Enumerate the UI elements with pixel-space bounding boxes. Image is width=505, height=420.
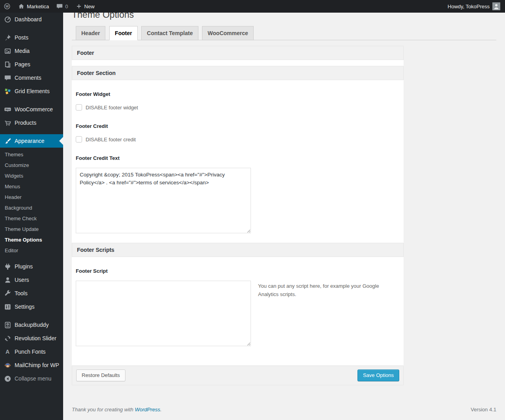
thanks-prefix: Thank you for creating with xyxy=(72,407,135,412)
footer-script-textarea[interactable] xyxy=(76,281,251,346)
new-label: New xyxy=(84,4,95,9)
section-header-footer-section: Footer Section xyxy=(72,66,404,80)
footer-script-label: Footer Script xyxy=(76,257,400,274)
sidebar-item-label: Products xyxy=(15,119,36,127)
tab-contact-template[interactable]: Contact Template xyxy=(141,26,198,40)
section-header-footer-scripts: Footer Scripts xyxy=(72,243,404,257)
thanks-suffix: . xyxy=(160,407,162,412)
sidebar-item-label: Pages xyxy=(15,60,30,68)
appearance-brush-icon xyxy=(4,137,11,145)
punch-fonts-letter: A xyxy=(6,348,9,356)
sidebar-item-appearance[interactable]: Appearance xyxy=(0,134,63,148)
sidebar-item-label: Revolution Slider xyxy=(15,334,56,342)
submenu-item-themes[interactable]: Themes xyxy=(0,149,63,160)
footer-widget-label: Footer Widget xyxy=(76,81,400,97)
footer-thanks-text: Thank you for creating with WordPress. xyxy=(72,407,162,412)
version-text: Version 4.1 xyxy=(471,407,496,412)
footer-credit-label: Footer Credit xyxy=(76,111,400,129)
sidebar-item-products[interactable]: Products xyxy=(0,116,63,129)
sidebar-item-posts[interactable]: Posts xyxy=(0,31,63,44)
woo-badge-text: Woo xyxy=(5,108,9,111)
site-name: Marketica xyxy=(27,4,49,9)
sidebar-item-settings[interactable]: Settings xyxy=(0,300,63,313)
wp-logo-letter: W xyxy=(6,4,9,8)
disable-footer-credit-label: DISABLE footer credit xyxy=(86,137,136,142)
plugins-icon xyxy=(4,262,11,270)
howdy-text: Howdy, TokoPress xyxy=(448,4,490,9)
restore-defaults-button[interactable]: Restore Defaults xyxy=(76,369,125,381)
new-content-menu[interactable]: New xyxy=(72,0,98,13)
admin-footer: Thank you for creating with WordPress. V… xyxy=(72,407,496,412)
theme-options-panel: Footer Footer Section Footer Widget DISA… xyxy=(72,46,404,385)
pages-icon xyxy=(4,60,11,68)
sidebar-item-label: Punch Fonts xyxy=(15,348,46,356)
wordpress-link[interactable]: WordPress xyxy=(135,407,160,412)
comments-count: 0 xyxy=(65,4,68,9)
tab-woocommerce[interactable]: WooCommerce xyxy=(202,26,253,40)
wp-logo-menu[interactable]: W xyxy=(0,0,14,13)
footer-script-help-text: You can put any script here, for example… xyxy=(258,282,381,299)
submenu-item-widgets[interactable]: Widgets xyxy=(0,171,63,181)
sidebar-item-label: Tools xyxy=(15,289,28,297)
my-account-menu[interactable]: Howdy, TokoPress xyxy=(443,0,505,13)
submenu-item-theme-check[interactable]: Theme Check xyxy=(0,213,63,224)
cart-icon xyxy=(4,119,11,127)
sidebar-item-plugins[interactable]: Plugins xyxy=(0,260,63,273)
refresh-arrows-icon xyxy=(4,334,11,342)
collapse-menu-button[interactable]: Collapse menu xyxy=(0,372,63,385)
avatar xyxy=(492,2,500,10)
sidebar-item-grid-elements[interactable]: Grid Elements xyxy=(0,84,63,98)
media-icon xyxy=(4,47,11,55)
submenu-item-theme-options[interactable]: Theme Options xyxy=(0,234,63,245)
wrench-icon xyxy=(4,289,11,297)
sidebar-item-label: Dashboard xyxy=(15,15,42,23)
site-name-link[interactable]: Marketica xyxy=(14,0,52,13)
footer-section-body: Footer Widget DISABLE footer widget Foot… xyxy=(72,80,404,243)
sidebar-item-pages[interactable]: Pages xyxy=(0,58,63,71)
submenu-item-editor[interactable]: Editor xyxy=(0,245,63,256)
tab-bar: Header Footer Contact Template WooCommer… xyxy=(72,26,496,40)
submenu-item-header[interactable]: Header xyxy=(0,192,63,202)
settings-icon xyxy=(4,303,11,311)
footer-credit-text-textarea[interactable]: Copyright &copy; 2015 TokoPress<span><a … xyxy=(76,168,251,233)
comments-menu[interactable]: 0 xyxy=(52,0,71,13)
tab-footer[interactable]: Footer xyxy=(109,26,138,40)
wordpress-logo-icon: W xyxy=(4,3,11,10)
main-content: Theme Options Header Footer Contact Temp… xyxy=(63,0,505,412)
footer-credit-text-label: Footer Credit Text xyxy=(76,142,400,161)
sidebar-item-tools[interactable]: Tools xyxy=(0,287,63,300)
home-icon xyxy=(18,3,25,10)
save-options-button[interactable]: Save Options xyxy=(357,369,399,381)
sidebar-item-mailchimp[interactable]: MailChimp for WP xyxy=(0,358,63,372)
disable-footer-widget-checkbox[interactable] xyxy=(76,104,82,111)
footer-scripts-body: Footer Script You can put any script her… xyxy=(72,257,404,366)
sidebar-item-media[interactable]: Media xyxy=(0,44,63,58)
tab-header[interactable]: Header xyxy=(76,26,105,40)
sidebar-item-backupbuddy[interactable]: BackupBuddy xyxy=(0,318,63,332)
sidebar-item-punch-fonts[interactable]: A Punch Fonts xyxy=(0,345,63,358)
disable-footer-widget-label: DISABLE footer widget xyxy=(86,105,138,111)
submenu-item-background[interactable]: Background xyxy=(0,202,63,213)
submenu-item-customize[interactable]: Customize xyxy=(0,160,63,171)
admin-bar: W Marketica 0 New Howdy, TokoPress xyxy=(0,0,505,13)
disable-footer-credit-checkbox[interactable] xyxy=(76,136,82,142)
users-icon xyxy=(4,276,11,284)
sidebar-item-revolution-slider[interactable]: Revolution Slider xyxy=(0,332,63,345)
admin-sidebar: Dashboard Posts Media Pages Comments Gri… xyxy=(0,13,63,420)
submenu-item-menus[interactable]: Menus xyxy=(0,181,63,192)
sidebar-item-comments[interactable]: Comments xyxy=(0,71,63,84)
sidebar-item-label: Appearance xyxy=(15,137,45,145)
submenu-item-theme-update[interactable]: Theme Update xyxy=(0,224,63,234)
current-menu-arrow-icon xyxy=(59,137,63,145)
sidebar-item-label: MailChimp for WP xyxy=(15,361,59,369)
sidebar-item-dashboard[interactable]: Dashboard xyxy=(0,13,63,26)
sidebar-item-woocommerce[interactable]: Woo WooCommerce xyxy=(0,103,63,116)
disable-footer-credit-row: DISABLE footer credit xyxy=(76,136,400,142)
collapse-menu-label: Collapse menu xyxy=(15,375,51,382)
panel-action-bar: Restore Defaults Save Options xyxy=(72,366,404,385)
collapse-arrow-icon xyxy=(4,375,11,382)
comment-bubble-icon xyxy=(56,3,63,10)
sidebar-item-label: Users xyxy=(15,276,29,284)
sidebar-item-users[interactable]: Users xyxy=(0,273,63,287)
sidebar-item-label: Grid Elements xyxy=(15,87,50,95)
